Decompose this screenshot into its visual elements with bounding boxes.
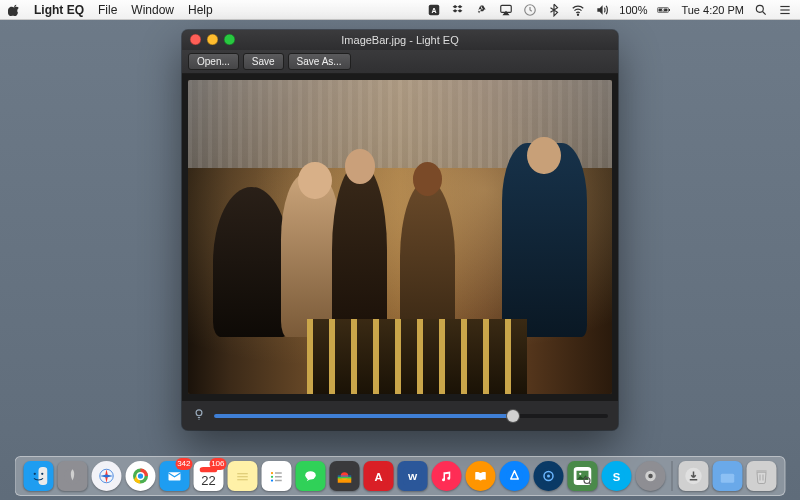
dock-photobooth[interactable] [330,461,360,491]
svg-rect-66 [721,474,735,483]
menu-help[interactable]: Help [188,3,213,17]
edited-image [188,80,612,394]
svg-point-64 [648,474,653,479]
exposure-slider[interactable] [214,414,608,418]
svg-rect-67 [756,470,767,472]
svg-point-39 [305,471,316,479]
dock-trash[interactable] [747,461,777,491]
dock-preview[interactable] [568,461,598,491]
svg-rect-42 [338,480,352,483]
svg-rect-7 [669,9,670,11]
dock-lighteq[interactable] [534,461,564,491]
svg-point-32 [271,472,273,474]
saveas-button[interactable]: Save As... [288,53,351,70]
dock-safari[interactable] [92,461,122,491]
svg-rect-14 [39,467,48,485]
adjustment-bar [182,400,618,430]
svg-point-58 [579,473,581,475]
battery-icon[interactable] [657,3,671,17]
dock-skype[interactable]: S [602,461,632,491]
dock: 34222106AWS [15,456,786,496]
menubar-clock[interactable]: Tue 4:20 PM [681,4,744,16]
dock-calendar[interactable]: 22106 [194,461,224,491]
gdrive-status-icon[interactable] [475,3,489,17]
window-title: ImageBar.jpg - Light EQ [341,34,458,46]
menu-file[interactable]: File [98,3,117,17]
dock-appstore[interactable] [500,461,530,491]
svg-text:S: S [613,471,621,483]
battery-percent: 100% [619,4,647,16]
window-minimize[interactable] [207,34,218,45]
timemachine-icon[interactable] [523,3,537,17]
menubar: Light EQ File Window Help A 100% Tue 4:2… [0,0,800,20]
svg-text:W: W [408,471,418,482]
svg-point-22 [137,473,144,480]
window-zoom[interactable] [224,34,235,45]
slider-fill [214,414,513,418]
exposure-icon [192,407,206,425]
dock-messages[interactable] [296,461,326,491]
dock-ibooks[interactable] [466,461,496,491]
svg-point-16 [41,473,43,475]
toolbar: Open... Save Save As... [182,50,618,74]
menu-app-name[interactable]: Light EQ [34,3,84,17]
open-button[interactable]: Open... [188,53,239,70]
dock-finder[interactable] [24,461,54,491]
svg-rect-27 [234,467,252,485]
dock-launchpad[interactable] [58,461,88,491]
dock-chrome[interactable] [126,461,156,491]
svg-rect-45 [338,475,352,477]
save-button[interactable]: Save [243,53,284,70]
svg-text:A: A [374,471,382,483]
dock-folder[interactable] [713,461,743,491]
svg-point-50 [438,468,455,485]
spotlight-icon[interactable] [754,3,768,17]
svg-point-34 [271,479,273,481]
svg-point-33 [271,476,273,478]
notification-center-icon[interactable] [778,3,792,17]
wifi-icon[interactable] [571,3,585,17]
svg-point-12 [196,409,202,415]
image-canvas [182,74,618,400]
svg-rect-43 [338,478,352,480]
app-window: ImageBar.jpg - Light EQ Open... Save Sav… [182,30,618,430]
dock-word[interactable]: W [398,461,428,491]
airplay-icon[interactable] [499,3,513,17]
svg-point-8 [756,5,763,12]
dock-settings[interactable] [636,461,666,491]
dock-notes[interactable] [228,461,258,491]
svg-point-15 [34,473,36,475]
adobe-cc-icon[interactable]: A [427,3,441,17]
dock-badge: 106 [209,458,226,470]
dock-itunes[interactable] [432,461,462,491]
svg-point-4 [578,14,579,15]
dropbox-status-icon[interactable] [451,3,465,17]
svg-point-55 [547,475,550,478]
menu-window[interactable]: Window [131,3,174,17]
svg-text:A: A [432,6,437,13]
bluetooth-icon[interactable] [547,3,561,17]
apple-menu[interactable] [8,4,20,16]
dock-badge: 342 [175,458,192,470]
window-close[interactable] [190,34,201,45]
dock-mail[interactable]: 342 [160,461,190,491]
dock-adobe[interactable]: A [364,461,394,491]
svg-rect-44 [338,477,352,479]
slider-thumb[interactable] [507,410,519,422]
volume-icon[interactable] [595,3,609,17]
titlebar[interactable]: ImageBar.jpg - Light EQ [182,30,618,50]
dock-separator [672,461,673,491]
dock-downloads[interactable] [679,461,709,491]
dock-reminders[interactable] [262,461,292,491]
